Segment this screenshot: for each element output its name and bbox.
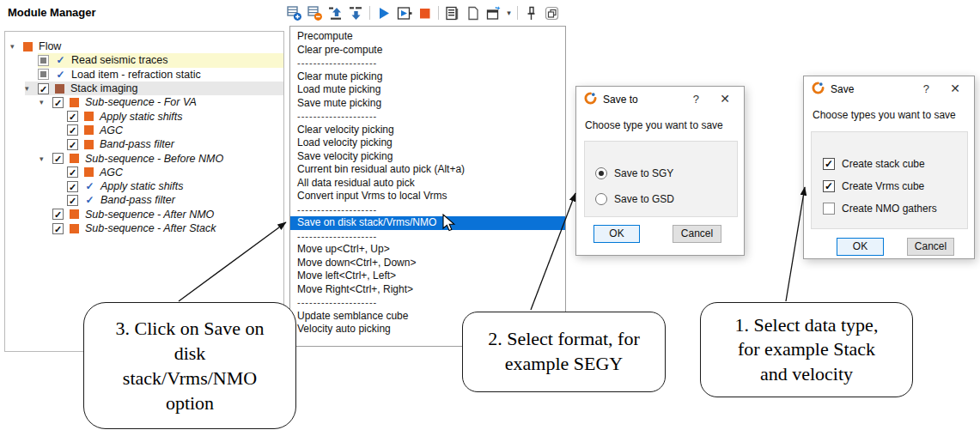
dropdown-caret-icon[interactable]: ▾: [504, 9, 514, 17]
cancel-button[interactable]: Cancel: [673, 225, 721, 243]
close-icon[interactable]: ✕: [720, 92, 730, 106]
close-icon[interactable]: ✕: [950, 82, 960, 95]
expander-icon[interactable]: ▾: [40, 98, 52, 106]
menu-item[interactable]: Save mute picking: [290, 97, 565, 111]
tree-checkbox[interactable]: ✓: [52, 153, 64, 164]
menu-item[interactable]: Precompute: [290, 30, 565, 44]
save-to-dialog-titlebar[interactable]: Save to: [576, 87, 744, 112]
pin-icon[interactable]: [521, 3, 541, 22]
toolbar-separator: [438, 6, 439, 20]
tree-checkbox[interactable]: ✓: [52, 97, 64, 108]
tree-row[interactable]: ▾✓Sub-sequence - For VA: [5, 95, 283, 109]
menu-item[interactable]: Move up<Ctrl+, Up>: [290, 243, 565, 257]
checkbox[interactable]: ✓: [823, 180, 835, 192]
tree-row-content: ✓Read seismic traces: [38, 53, 283, 67]
move-up-icon[interactable]: [326, 3, 345, 22]
tree-checkbox[interactable]: ✓: [67, 181, 78, 192]
checkbox-option[interactable]: Create NMO gathers: [823, 197, 967, 220]
tree-item-label: AGC: [100, 167, 123, 179]
tree-row[interactable]: ▾✓Stack imaging: [5, 82, 283, 95]
tree-checkbox[interactable]: ✓: [67, 124, 78, 136]
tree-checkbox[interactable]: [38, 69, 49, 80]
remove-module-icon[interactable]: [305, 3, 325, 22]
menu-item[interactable]: Load mute picking: [290, 83, 565, 97]
cancel-button[interactable]: Cancel: [907, 238, 954, 256]
radio-option[interactable]: Save to SGY: [595, 160, 737, 186]
menu-item[interactable]: Clear mute picking: [290, 70, 565, 84]
menu-item[interactable]: Clear velocity picking: [290, 124, 565, 137]
add-module-icon[interactable]: [284, 3, 304, 22]
tree-row-content: ✓AGC: [67, 166, 283, 179]
ok-button[interactable]: OK: [593, 225, 640, 243]
tree-checkbox[interactable]: ✓: [52, 223, 64, 234]
menu-item[interactable]: Move left<Ctrl+, Left>: [290, 269, 565, 283]
checkbox-label: Create NMO gathers: [842, 203, 937, 215]
menu-item[interactable]: Clear pre-compute: [290, 44, 565, 58]
help-button[interactable]: ?: [693, 93, 699, 106]
tree-row[interactable]: ✓✓Band-pass filter: [5, 193, 283, 207]
tree-row[interactable]: ▾✓Sub-sequence - Before NMO: [5, 151, 283, 165]
tree-checkbox[interactable]: ✓: [67, 111, 78, 122]
tree-item-label: Band-pass filter: [100, 138, 174, 150]
expander-icon[interactable]: ▾: [40, 154, 52, 163]
dialog-title: Save to: [603, 94, 638, 106]
radio-button[interactable]: [595, 193, 607, 205]
menu-item[interactable]: Convert input Vrms to local Vrms: [290, 190, 565, 203]
menu-item[interactable]: Save velocity picking: [290, 150, 565, 164]
tree-checkbox[interactable]: ✓: [67, 195, 78, 206]
tree-row[interactable]: ✓Sub-sequence - After Stack: [5, 221, 283, 235]
tree-checkbox[interactable]: ✓: [38, 83, 49, 94]
radio-button[interactable]: [595, 167, 607, 179]
radio-option[interactable]: Save to GSD: [595, 186, 737, 212]
menu-separator: --------------------: [290, 296, 565, 310]
tree-row-content: ✓Sub-sequence - After Stack: [52, 221, 283, 235]
expander-icon[interactable]: ▾: [10, 42, 23, 51]
run-from-selected-icon[interactable]: [394, 3, 414, 22]
checkbox-label: Create Vrms cube: [842, 180, 924, 192]
checkbox-option[interactable]: ✓Create Vrms cube: [823, 175, 967, 197]
checkbox[interactable]: ✓: [823, 158, 835, 170]
tree-checkbox[interactable]: ✓: [67, 167, 78, 178]
tree-checkbox[interactable]: ✓: [52, 209, 64, 220]
tree-row[interactable]: ✓Band-pass filter: [5, 137, 283, 151]
tree-item-label: Stack imaging: [70, 82, 138, 94]
module-manager-titlebar: Module Manager: [0, 0, 569, 26]
toolbar: ▾: [284, 3, 562, 22]
ok-button[interactable]: OK: [837, 238, 884, 256]
tree-row-content: ▾✓Sub-sequence - For VA: [40, 95, 283, 109]
tree-row[interactable]: ✓Sub-sequence - After NMO: [5, 208, 283, 221]
stop-icon[interactable]: [415, 3, 435, 22]
save-dialog-titlebar[interactable]: Save: [804, 76, 974, 102]
tree-row[interactable]: ✓Load item - refraction static: [5, 68, 283, 82]
tree-row[interactable]: ▾Flow: [5, 39, 283, 53]
tree-checkbox[interactable]: ✓: [67, 139, 78, 150]
tree-row[interactable]: ✓AGC: [5, 124, 283, 137]
move-down-icon[interactable]: [346, 3, 366, 22]
expander-icon[interactable]: ▾: [25, 84, 38, 93]
menu-item[interactable]: Save on disk stack/Vrms/NMO: [290, 216, 565, 230]
tree-row-content: ▾Flow: [10, 39, 283, 53]
help-button[interactable]: ?: [923, 82, 929, 95]
module-square-icon: [84, 125, 94, 135]
module-square-icon: [70, 98, 79, 107]
tree-row[interactable]: ✓AGC: [5, 166, 283, 179]
menu-item[interactable]: Move down<Ctrl+, Down>: [290, 257, 565, 270]
run-icon[interactable]: [374, 3, 393, 22]
clipboard-icon[interactable]: [463, 3, 483, 22]
menu-item[interactable]: All data residual auto pick: [290, 177, 565, 191]
radio-dot: [599, 171, 604, 176]
menu-item[interactable]: Move Right<Ctrl+, Right>: [290, 283, 565, 297]
checkbox[interactable]: [823, 203, 835, 215]
menu-item[interactable]: Load velocity picking: [290, 136, 565, 150]
module-check-icon: ✓: [84, 180, 95, 192]
log-icon[interactable]: [442, 3, 462, 22]
menu-item[interactable]: Current bin residual auto pick (Alt+a): [290, 163, 565, 177]
module-check-icon: ✓: [84, 194, 95, 206]
new-window-icon[interactable]: [484, 3, 503, 22]
tree-row[interactable]: ✓Read seismic traces: [5, 53, 283, 67]
float-window-icon[interactable]: [542, 3, 562, 22]
tree-row[interactable]: ✓Apply static shifts: [5, 109, 283, 123]
tree-row[interactable]: ✓✓Apply static shifts: [5, 179, 283, 193]
checkbox-option[interactable]: ✓Create stack cube: [823, 153, 967, 175]
tree-checkbox[interactable]: [38, 55, 49, 66]
